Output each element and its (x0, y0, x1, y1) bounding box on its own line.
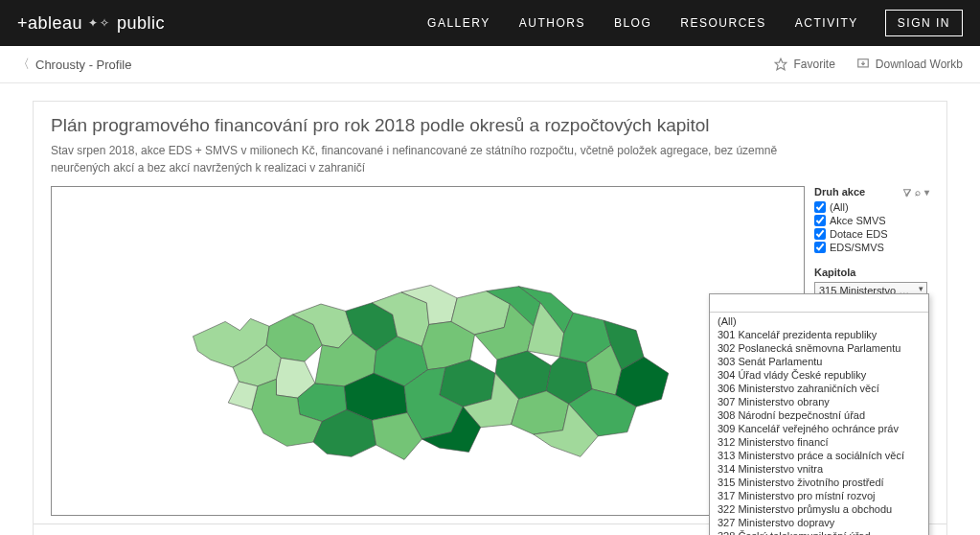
breadcrumb-profile[interactable]: Chrousty - Profile (35, 58, 131, 72)
druh-checkbox[interactable] (814, 242, 826, 253)
kapitola-option[interactable]: 309 Kancelář veřejného ochránce práv (710, 422, 928, 435)
kapitola-option-list[interactable]: (All)301 Kancelář prezidenta republiky30… (710, 313, 928, 535)
chevron-left-icon[interactable]: 〈 (17, 56, 30, 73)
kapitola-option[interactable]: 317 Ministerstvo pro místní rozvoj (710, 489, 928, 502)
filter-druh-title: Druh akce (814, 186, 865, 198)
download-icon (856, 58, 870, 71)
favorite-label: Favorite (793, 58, 834, 71)
nav-gallery[interactable]: GALLERY (427, 16, 490, 30)
logo-text-right: public (117, 13, 165, 34)
nav-activity[interactable]: ACTIVITY (795, 16, 858, 30)
druh-filter-row[interactable]: Akce SMVS (814, 215, 929, 226)
logo-text-left: +ableau (17, 13, 82, 34)
druh-label: EDS/SMVS (830, 242, 884, 253)
tableau-public-logo[interactable]: +ableau ✦✧ public (17, 13, 165, 34)
sub-bar: 〈 Chrousty - Profile Favorite Download W… (0, 46, 980, 83)
filter-funnel-icon[interactable]: ▽̷ (903, 187, 911, 198)
kapitola-option[interactable]: 301 Kancelář prezidenta republiky (710, 328, 928, 341)
druh-checkbox[interactable] (814, 201, 826, 213)
druh-label: Akce SMVS (830, 215, 886, 226)
kapitola-option[interactable]: 314 Ministerstvo vnitra (710, 462, 928, 476)
kapitola-option[interactable]: 328 Český telekomunikační úřad (710, 529, 928, 535)
kapitola-dropdown-popup: (All)301 Kancelář prezidenta republiky30… (709, 293, 929, 535)
nav-authors[interactable]: AUTHORS (519, 16, 585, 30)
viz-panel: Plán programového financování pro rok 20… (33, 101, 947, 535)
download-workbook-button[interactable]: Download Workb (856, 58, 963, 71)
kapitola-option[interactable]: 327 Ministerstvo dopravy (710, 516, 928, 529)
kapitola-option[interactable]: 304 Úřad vlády České republiky (710, 368, 928, 382)
favorite-button[interactable]: Favorite (774, 58, 834, 71)
filter-dropdown-icon[interactable]: ▾ (924, 187, 929, 198)
star-icon (774, 58, 787, 71)
kapitola-option[interactable]: 302 Poslanecká sněmovna Parlamentu (710, 341, 928, 355)
sign-in-button[interactable]: SIGN IN (885, 10, 963, 36)
kapitola-option[interactable]: 312 Ministerstvo financí (710, 435, 928, 449)
filter-search-icon[interactable]: ⌕ (915, 187, 921, 198)
kapitola-option[interactable]: 322 Ministerstvo průmyslu a obchodu (710, 502, 928, 516)
kapitola-option[interactable]: 313 Ministerstvo práce a sociálních věcí (710, 449, 928, 462)
druh-label: (All) (830, 201, 849, 213)
viz-subtitle: Stav srpen 2018, akce EDS + SMVS v milio… (51, 142, 798, 176)
kapitola-option[interactable]: (All) (710, 314, 928, 328)
nav-blog[interactable]: BLOG (614, 16, 651, 30)
kapitola-search-input[interactable] (710, 294, 928, 313)
druh-checkbox[interactable] (814, 215, 826, 226)
filter-kapitola-title: Kapitola (814, 267, 855, 278)
druh-filter-row[interactable]: EDS/SMVS (814, 242, 929, 253)
druh-filter-row[interactable]: Dotace EDS (814, 228, 929, 240)
svg-marker-0 (776, 58, 787, 70)
druh-checkbox[interactable] (814, 228, 826, 240)
kapitola-option[interactable]: 308 Národní bezpečnostní úřad (710, 408, 928, 422)
nav-resources[interactable]: RESOURCES (680, 16, 766, 30)
kapitola-option[interactable]: 315 Ministerstvo životního prostředí (710, 476, 928, 489)
kapitola-option[interactable]: 307 Ministerstvo obrany (710, 395, 928, 408)
kapitola-option[interactable]: 303 Senát Parlamentu (710, 355, 928, 368)
druh-filter-row[interactable]: (All) (814, 201, 929, 213)
kapitola-option[interactable]: 306 Ministerstvo zahraničních věcí (710, 382, 928, 395)
logo-plus-icon: ✦✧ (88, 16, 111, 30)
choropleth-map[interactable] (51, 186, 805, 516)
download-label: Download Workb (876, 58, 963, 71)
top-nav: +ableau ✦✧ public GALLERY AUTHORS BLOG R… (0, 0, 980, 46)
viz-title: Plán programového financování pro rok 20… (51, 115, 929, 136)
druh-label: Dotace EDS (830, 228, 888, 240)
nav-links: GALLERY AUTHORS BLOG RESOURCES ACTIVITY (427, 16, 858, 30)
